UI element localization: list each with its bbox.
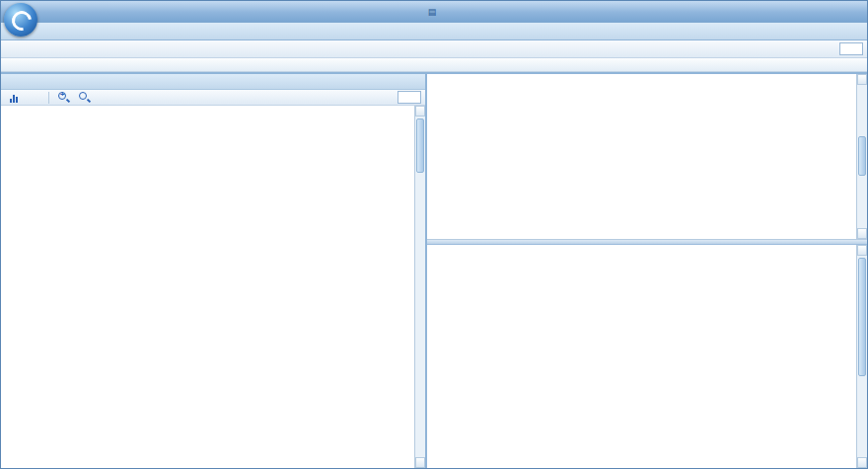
- hex-scrollbar[interactable]: [856, 245, 867, 468]
- window-title: ▤: [428, 7, 441, 17]
- save-icon[interactable]: [26, 90, 42, 105]
- transaction-count-value: [839, 42, 863, 55]
- hex-dump-panel: [427, 245, 867, 468]
- app-window: ▤ +: [0, 0, 868, 469]
- bottom-split: +: [1, 72, 867, 468]
- scrollbar-thumb[interactable]: [858, 136, 866, 176]
- scroll-down-arrow[interactable]: [415, 457, 425, 468]
- transaction-table-header: [1, 58, 867, 72]
- scroll-up-arrow[interactable]: [857, 245, 867, 256]
- scroll-up-arrow[interactable]: [415, 106, 425, 117]
- export-report-icon[interactable]: [26, 41, 42, 56]
- packet-decode-panel: [427, 74, 867, 240]
- scrollbar-track[interactable]: [415, 117, 425, 457]
- packet-count-value: [398, 91, 421, 104]
- scrollbar-track[interactable]: [857, 256, 867, 457]
- title-bar[interactable]: ▤: [1, 1, 867, 23]
- scrollbar-thumb[interactable]: [858, 258, 866, 376]
- table-icon[interactable]: [5, 41, 22, 56]
- scroll-up-arrow[interactable]: [857, 74, 867, 85]
- sequence-panel: +: [1, 74, 427, 468]
- app-logo[interactable]: [4, 3, 37, 37]
- scroll-down-arrow[interactable]: [857, 228, 867, 239]
- decode-scrollbar[interactable]: [856, 74, 867, 239]
- hex-dump: [427, 245, 856, 468]
- scrollbar-thumb[interactable]: [416, 118, 424, 173]
- decode-and-hex-panel: [427, 74, 867, 468]
- chart-icon[interactable]: [5, 90, 22, 105]
- scroll-down-arrow[interactable]: [857, 457, 867, 468]
- sequence-toolbar: +: [1, 90, 425, 106]
- packet-window-icon: ▤: [428, 7, 437, 17]
- sequence-tab-strip: [1, 74, 425, 90]
- sequence-scrollbar[interactable]: [414, 106, 425, 468]
- toolbar-separator: [48, 92, 49, 104]
- scrollbar-track[interactable]: [857, 85, 867, 228]
- fit-width-icon[interactable]: [97, 90, 113, 105]
- zoom-out-icon[interactable]: [76, 90, 93, 105]
- sequence-column-headers: [1, 106, 414, 121]
- zoom-in-icon[interactable]: +: [55, 90, 72, 105]
- sequence-diagram: [1, 121, 414, 468]
- transaction-toolbar: [1, 40, 867, 58]
- main-tab-strip: [1, 23, 867, 40]
- decode-tree: [427, 74, 856, 239]
